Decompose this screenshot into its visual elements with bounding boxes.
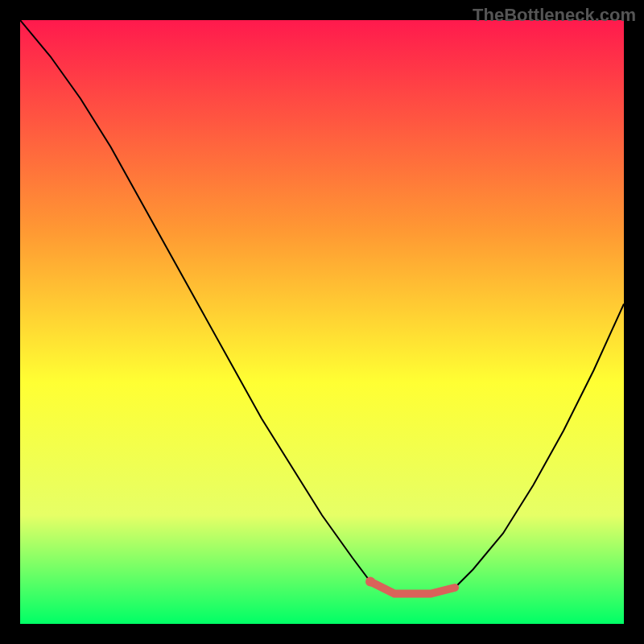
- chart-plot: [20, 20, 624, 624]
- chart-container: TheBottleneck.com: [0, 0, 644, 644]
- watermark-text: TheBottleneck.com: [473, 5, 636, 26]
- marker-dot: [365, 577, 375, 587]
- plot-background: [20, 20, 624, 624]
